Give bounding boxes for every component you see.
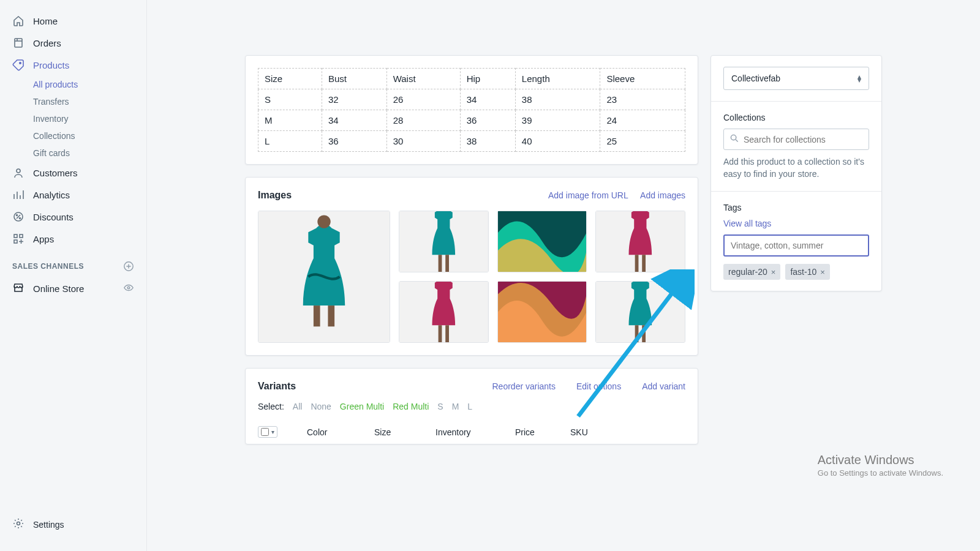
svg-point-5 [20,218,21,219]
size-table: SizeBustWaistHipLengthSleeve S3226343823… [258,68,685,152]
select-l[interactable]: L [467,402,472,411]
size-table-cell: 26 [386,89,460,110]
collections-label: Collections [723,113,869,122]
search-icon [730,134,739,144]
svg-point-13 [317,215,330,228]
content: SizeBustWaistHipLengthSleeve S3226343823… [233,0,894,551]
select-green-multi[interactable]: Green Multi [340,402,384,411]
nav-discounts[interactable]: Discounts [0,206,146,228]
nav-online-store[interactable]: Online Store [0,277,146,301]
select-s[interactable]: S [437,402,443,411]
tags-input-wrap[interactable] [723,234,869,257]
discounts-icon [12,211,24,223]
nav-all-products[interactable]: All products [0,76,146,93]
vendor-select[interactable]: Collectivefab ▴▾ [723,67,869,90]
svg-rect-19 [445,255,449,272]
select-none[interactable]: None [311,402,331,411]
svg-point-10 [127,287,130,289]
svg-rect-6 [14,234,17,238]
store-icon [12,282,24,296]
organization-card: Collectivefab ▴▾ Collections Add this pr… [710,55,882,291]
collections-help: Add this product to a collection so it's… [723,156,869,180]
svg-rect-15 [328,305,334,326]
size-table-header: Bust [322,69,386,89]
add-image-url-link[interactable]: Add image from URL [548,190,628,200]
product-image-thumb[interactable] [595,281,685,343]
nav-collections[interactable]: Collections [0,127,146,144]
select-red-multi[interactable]: Red Multi [393,402,429,411]
reorder-variants-link[interactable]: Reorder variants [492,381,556,391]
orders-icon [12,37,24,49]
nav-orders[interactable]: Orders [0,32,146,54]
size-table-cell: 40 [515,131,600,152]
nav-label: Apps [33,234,54,244]
nav-label: Settings [33,520,64,530]
product-image-thumb[interactable] [399,281,489,343]
tags-input[interactable] [731,241,862,250]
edit-options-link[interactable]: Edit options [576,381,621,391]
select-label: Select: [258,402,284,411]
size-table-cell: 28 [386,110,460,131]
nav-analytics[interactable]: Analytics [0,184,146,206]
svg-point-34 [731,135,736,140]
tag-chips: regular-20×fast-10× [723,264,869,280]
tag-remove-icon[interactable]: × [820,268,825,277]
product-image-main[interactable] [258,211,390,343]
nav-apps[interactable]: Apps [0,228,146,250]
add-channel-icon[interactable] [123,261,134,272]
size-table-cell: 39 [515,110,600,131]
images-card: Images Add image from URL Add images [245,177,698,356]
view-store-icon[interactable] [123,282,134,295]
select-caret-icon: ▴▾ [858,75,861,82]
nav-label: Analytics [33,190,70,200]
apps-icon [12,233,24,245]
nav-home[interactable]: Home [0,10,146,32]
analytics-icon [12,189,24,201]
svg-point-4 [17,215,18,216]
activate-sub: Go to Settings to activate Windows. [818,468,943,478]
svg-point-1 [20,62,21,64]
svg-rect-0 [15,39,22,47]
size-table-cell: S [258,89,322,110]
size-table-cell: 34 [322,110,386,131]
size-table-cell: 36 [322,131,386,152]
product-image-thumb[interactable] [497,281,587,343]
sales-channels-label: SALES CHANNELS [12,262,84,271]
col-sku: SKU [570,427,588,437]
product-image-thumb[interactable] [595,211,685,272]
select-all[interactable]: All [293,402,303,411]
nav-inventory[interactable]: Inventory [0,110,146,127]
svg-point-11 [17,522,20,525]
nav-label: Customers [33,168,78,178]
select-m[interactable]: M [452,402,459,411]
images-grid [258,211,685,343]
size-table-cell: 38 [515,89,600,110]
add-variant-link[interactable]: Add variant [642,381,685,391]
product-image-thumb[interactable] [497,211,587,272]
images-title: Images [258,190,292,201]
tag-chip: regular-20× [723,264,780,280]
nav-transfers[interactable]: Transfers [0,93,146,110]
svg-rect-8 [14,240,17,243]
size-table-row: M3428363924 [258,110,685,131]
svg-rect-14 [314,305,320,326]
svg-rect-23 [635,255,639,272]
size-table-cell: 32 [322,89,386,110]
svg-rect-18 [439,255,442,272]
view-all-tags-link[interactable]: View all tags [723,219,771,228]
size-table-header: Sleeve [600,69,685,89]
nav-products[interactable]: Products [0,54,146,76]
select-all-checkbox[interactable]: ▾ [258,426,277,438]
size-card: SizeBustWaistHipLengthSleeve S3226343823… [245,55,698,165]
variants-title: Variants [258,381,296,392]
right-column: Collectivefab ▴▾ Collections Add this pr… [710,55,882,291]
add-images-link[interactable]: Add images [640,190,685,200]
product-image-thumb[interactable] [399,211,489,272]
nav-settings[interactable]: Settings [0,508,146,541]
tag-remove-icon[interactable]: × [771,268,776,277]
size-table-header: Length [515,69,600,89]
collections-input[interactable] [744,135,862,144]
nav-customers[interactable]: Customers [0,162,146,184]
collections-search[interactable] [723,129,869,150]
nav-gift-cards[interactable]: Gift cards [0,144,146,162]
